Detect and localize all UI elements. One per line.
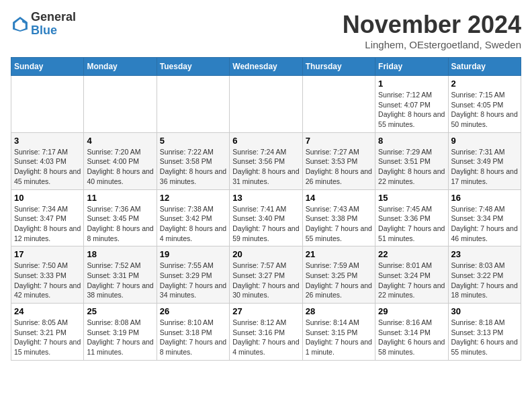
calendar-cell: 9Sunrise: 7:31 AM Sunset: 3:49 PM Daylig…	[448, 132, 521, 189]
calendar-header: SundayMondayTuesdayWednesdayThursdayFrid…	[11, 58, 521, 76]
day-info: Sunrise: 7:55 AM Sunset: 3:29 PM Dayligh…	[160, 261, 226, 300]
logo-blue-text: Blue	[31, 24, 76, 38]
day-number: 20	[232, 249, 299, 259]
day-number: 27	[232, 306, 299, 316]
day-info: Sunrise: 7:48 AM Sunset: 3:34 PM Dayligh…	[451, 204, 518, 244]
logo-general-text: General	[31, 11, 76, 24]
calendar-cell	[230, 76, 302, 133]
day-number: 6	[232, 136, 299, 146]
location-text: Linghem, OEstergoetland, Sweden	[343, 39, 521, 50]
day-info: Sunrise: 8:08 AM Sunset: 3:19 PM Dayligh…	[87, 318, 153, 357]
day-info: Sunrise: 7:50 AM Sunset: 3:33 PM Dayligh…	[14, 261, 81, 300]
weekday-sunday: Sunday	[11, 58, 84, 76]
calendar-cell: 28Sunrise: 8:14 AM Sunset: 3:15 PM Dayli…	[302, 304, 375, 361]
calendar-cell: 12Sunrise: 7:38 AM Sunset: 3:42 PM Dayli…	[157, 189, 229, 246]
calendar-cell: 18Sunrise: 7:52 AM Sunset: 3:31 PM Dayli…	[84, 246, 157, 304]
day-number: 22	[378, 249, 445, 259]
calendar-cell: 15Sunrise: 7:45 AM Sunset: 3:36 PM Dayli…	[375, 189, 448, 246]
calendar-cell: 21Sunrise: 7:59 AM Sunset: 3:25 PM Dayli…	[302, 246, 375, 304]
month-title: November 2024	[343, 11, 521, 39]
calendar-cell	[84, 76, 157, 133]
day-number: 30	[451, 306, 518, 316]
calendar-cell: 26Sunrise: 8:10 AM Sunset: 3:18 PM Dayli…	[157, 304, 229, 361]
day-number: 16	[451, 193, 518, 203]
day-info: Sunrise: 8:16 AM Sunset: 3:14 PM Dayligh…	[378, 318, 445, 357]
calendar-cell: 5Sunrise: 7:22 AM Sunset: 3:58 PM Daylig…	[157, 132, 229, 189]
calendar-cell: 30Sunrise: 8:18 AM Sunset: 3:13 PM Dayli…	[448, 304, 521, 361]
day-info: Sunrise: 7:27 AM Sunset: 3:53 PM Dayligh…	[306, 147, 372, 187]
day-info: Sunrise: 7:22 AM Sunset: 3:58 PM Dayligh…	[160, 147, 226, 187]
calendar-cell: 7Sunrise: 7:27 AM Sunset: 3:53 PM Daylig…	[302, 132, 375, 189]
day-number: 23	[451, 249, 518, 259]
calendar-cell: 25Sunrise: 8:08 AM Sunset: 3:19 PM Dayli…	[84, 304, 157, 361]
calendar-cell: 6Sunrise: 7:24 AM Sunset: 3:56 PM Daylig…	[230, 132, 302, 189]
day-number: 1	[378, 79, 445, 89]
day-info: Sunrise: 8:14 AM Sunset: 3:15 PM Dayligh…	[306, 318, 372, 357]
day-number: 14	[306, 193, 372, 203]
calendar-cell: 3Sunrise: 7:17 AM Sunset: 4:03 PM Daylig…	[11, 132, 84, 189]
calendar-cell: 8Sunrise: 7:29 AM Sunset: 3:51 PM Daylig…	[375, 132, 448, 189]
logo: General Blue	[11, 11, 76, 38]
day-info: Sunrise: 7:41 AM Sunset: 3:40 PM Dayligh…	[232, 204, 299, 244]
day-number: 13	[232, 193, 299, 203]
calendar-week-0: 1Sunrise: 7:12 AM Sunset: 4:07 PM Daylig…	[11, 76, 521, 133]
day-info: Sunrise: 7:17 AM Sunset: 4:03 PM Dayligh…	[14, 147, 81, 187]
day-number: 2	[451, 79, 518, 89]
calendar-week-1: 3Sunrise: 7:17 AM Sunset: 4:03 PM Daylig…	[11, 132, 521, 189]
day-info: Sunrise: 8:18 AM Sunset: 3:13 PM Dayligh…	[451, 318, 518, 357]
calendar-cell: 10Sunrise: 7:34 AM Sunset: 3:47 PM Dayli…	[11, 189, 84, 246]
day-number: 9	[451, 136, 518, 146]
calendar-cell: 20Sunrise: 7:57 AM Sunset: 3:27 PM Dayli…	[230, 246, 302, 304]
weekday-header-row: SundayMondayTuesdayWednesdayThursdayFrid…	[11, 58, 521, 76]
day-number: 17	[14, 249, 81, 259]
calendar-week-2: 10Sunrise: 7:34 AM Sunset: 3:47 PM Dayli…	[11, 189, 521, 246]
weekday-monday: Monday	[84, 58, 157, 76]
calendar-cell: 27Sunrise: 8:12 AM Sunset: 3:16 PM Dayli…	[230, 304, 302, 361]
calendar-week-3: 17Sunrise: 7:50 AM Sunset: 3:33 PM Dayli…	[11, 246, 521, 304]
day-number: 25	[87, 306, 153, 316]
calendar-cell: 23Sunrise: 8:03 AM Sunset: 3:22 PM Dayli…	[448, 246, 521, 304]
day-number: 24	[14, 306, 81, 316]
calendar-cell: 14Sunrise: 7:43 AM Sunset: 3:38 PM Dayli…	[302, 189, 375, 246]
calendar-cell: 17Sunrise: 7:50 AM Sunset: 3:33 PM Dayli…	[11, 246, 84, 304]
day-info: Sunrise: 7:45 AM Sunset: 3:36 PM Dayligh…	[378, 204, 445, 244]
day-info: Sunrise: 7:29 AM Sunset: 3:51 PM Dayligh…	[378, 147, 445, 187]
weekday-friday: Friday	[375, 58, 448, 76]
day-number: 3	[14, 136, 81, 146]
day-number: 12	[160, 193, 226, 203]
day-number: 26	[160, 306, 226, 316]
day-info: Sunrise: 7:52 AM Sunset: 3:31 PM Dayligh…	[87, 261, 153, 300]
day-number: 21	[306, 249, 372, 259]
day-info: Sunrise: 8:10 AM Sunset: 3:18 PM Dayligh…	[160, 318, 226, 357]
day-number: 11	[87, 193, 153, 203]
day-info: Sunrise: 7:59 AM Sunset: 3:25 PM Dayligh…	[306, 261, 372, 300]
calendar-week-4: 24Sunrise: 8:05 AM Sunset: 3:21 PM Dayli…	[11, 304, 521, 361]
calendar-cell: 2Sunrise: 7:15 AM Sunset: 4:05 PM Daylig…	[448, 76, 521, 133]
calendar-cell: 22Sunrise: 8:01 AM Sunset: 3:24 PM Dayli…	[375, 246, 448, 304]
calendar-table: SundayMondayTuesdayWednesdayThursdayFrid…	[11, 57, 521, 361]
day-info: Sunrise: 7:20 AM Sunset: 4:00 PM Dayligh…	[87, 147, 153, 187]
day-number: 10	[14, 193, 81, 203]
calendar-cell	[302, 76, 375, 133]
calendar-cell	[157, 76, 229, 133]
day-info: Sunrise: 7:43 AM Sunset: 3:38 PM Dayligh…	[306, 204, 372, 244]
day-info: Sunrise: 7:57 AM Sunset: 3:27 PM Dayligh…	[232, 261, 299, 300]
calendar-cell: 11Sunrise: 7:36 AM Sunset: 3:45 PM Dayli…	[84, 189, 157, 246]
weekday-wednesday: Wednesday	[230, 58, 302, 76]
day-info: Sunrise: 7:34 AM Sunset: 3:47 PM Dayligh…	[14, 204, 81, 244]
calendar-cell: 19Sunrise: 7:55 AM Sunset: 3:29 PM Dayli…	[157, 246, 229, 304]
day-number: 29	[378, 306, 445, 316]
day-info: Sunrise: 7:31 AM Sunset: 3:49 PM Dayligh…	[451, 147, 518, 187]
calendar-cell: 4Sunrise: 7:20 AM Sunset: 4:00 PM Daylig…	[84, 132, 157, 189]
day-number: 15	[378, 193, 445, 203]
day-info: Sunrise: 8:05 AM Sunset: 3:21 PM Dayligh…	[14, 318, 81, 357]
weekday-thursday: Thursday	[302, 58, 375, 76]
day-info: Sunrise: 7:38 AM Sunset: 3:42 PM Dayligh…	[160, 204, 226, 244]
weekday-saturday: Saturday	[448, 58, 521, 76]
calendar-cell: 16Sunrise: 7:48 AM Sunset: 3:34 PM Dayli…	[448, 189, 521, 246]
day-info: Sunrise: 8:01 AM Sunset: 3:24 PM Dayligh…	[378, 261, 445, 300]
calendar-cell: 1Sunrise: 7:12 AM Sunset: 4:07 PM Daylig…	[375, 76, 448, 133]
day-info: Sunrise: 7:36 AM Sunset: 3:45 PM Dayligh…	[87, 204, 153, 244]
day-info: Sunrise: 7:24 AM Sunset: 3:56 PM Dayligh…	[232, 147, 299, 187]
day-number: 7	[306, 136, 372, 146]
